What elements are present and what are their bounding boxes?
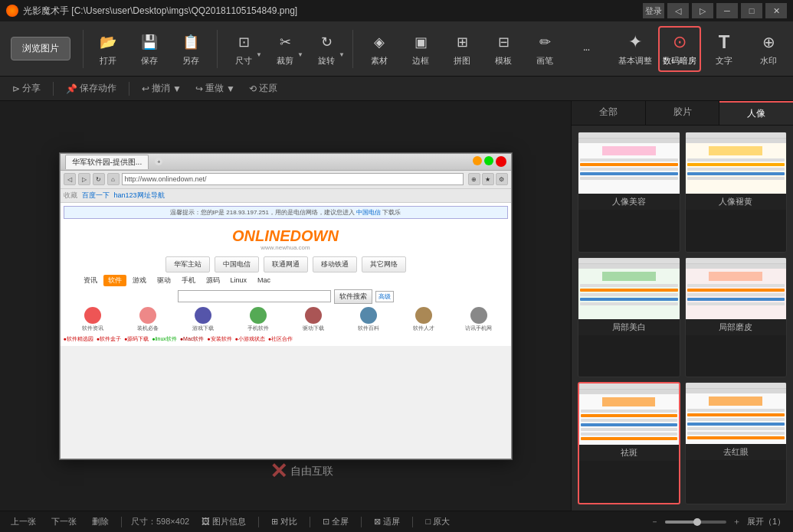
undo-button[interactable]: ↩ 撤消 ▼ [137,80,186,96]
canvas-area: 华军软件园-提供图... + ◁ ▷ ↻ ⌂ http: [0,101,571,511]
search-bar: 软件搜索 高级 [64,289,508,304]
filter-yellow[interactable]: 人像褪黄 [685,132,788,253]
tool-text[interactable]: T 文字 [703,26,745,72]
link-other: 其它网络 [362,256,406,273]
filter-freckle[interactable]: 祛斑 [578,382,680,504]
icon-grid: 软件资讯 装机必备 游戏下载 手机软件 [67,307,505,332]
maximize-button[interactable]: □ [741,3,762,18]
right-panel: 全部 胶片 人像 [571,101,793,511]
delete-button[interactable]: 删除 [89,514,112,529]
tool-template[interactable]: ⊟ 模板 [483,26,523,72]
filter-yellow-label: 人像褪黄 [686,194,787,210]
link-telecom: 中国电信 [215,256,259,273]
material-icon: ◈ [369,31,390,53]
search-input [178,290,331,302]
toolbar-divider-1 [83,30,84,68]
tool-basic[interactable]: ✦ 基本调整 [614,26,657,72]
filter-freckle-label: 祛斑 [579,445,679,461]
expand-button[interactable]: 展开（1） [747,516,785,527]
minimize-button[interactable]: ─ [716,3,738,18]
main-content: 华军软件园-提供图... + ◁ ▷ ↻ ⌂ http: [0,101,793,511]
puzzle-icon: ⊞ [451,31,473,53]
tool-crop[interactable]: ✂ 裁剪 ▼ [265,26,305,72]
cat-mac: Mac [253,276,275,285]
tool-darkroom[interactable]: ⊙ 数码暗房 [658,26,701,72]
min-btn [473,156,482,165]
watermark-x-icon: ✕ [270,459,287,484]
refresh-btn: ↻ [93,173,105,185]
filter-whiten[interactable]: 局部美白 [578,257,680,378]
search-button: 软件搜索 [334,289,372,304]
tool-paint[interactable]: ✏ 画笔 [525,26,565,72]
cat-source: 源码 [202,275,224,286]
rotate-icon: ↻ [316,31,337,53]
tool-more[interactable]: ··· [566,26,606,72]
link-main: 华军主站 [165,256,210,273]
fullscreen-button[interactable]: ⊡ 全屏 [319,514,352,529]
original-icon: □ [425,517,431,526]
browser-nav-toolbar: ◁ ▷ ↻ ⌂ http://www.onlinedown.net/ ⊕ ★ ⚙ [61,171,511,189]
filter-redeye[interactable]: 去红眼 [685,382,788,504]
border-icon: ▣ [410,31,431,53]
toolbar-divider-2 [217,30,218,68]
browse-button[interactable]: 浏览图片 [11,37,70,60]
fit-button[interactable]: ⊠ 适屏 [371,514,403,529]
tool-saveas[interactable]: 📋 另存 [171,26,211,72]
tool-border[interactable]: ▣ 边框 [401,26,441,72]
rotate-arrow: ▼ [339,51,345,58]
icon-news: 软件资讯 [67,307,119,332]
info-button[interactable]: 🖼 图片信息 [198,514,249,529]
save-action-button[interactable]: 📌 保存动作 [61,80,121,96]
tool-puzzle[interactable]: ⊞ 拼图 [442,26,482,72]
tab-portrait[interactable]: 人像 [719,101,793,125]
undo-icon: ↩ [142,83,149,94]
bottom-links: ●软件精选园 ●软件盒子 ●源码下载 ●linux软件 ●Mac软件 ●安装软件… [64,335,508,343]
zoom-slider[interactable] [665,521,726,524]
icon-games-circle [195,307,211,324]
prev-button[interactable]: 上一张 [8,514,39,529]
share-icon: ⊳ [12,83,20,94]
status-divider-5 [412,517,413,527]
template-icon: ⊟ [493,31,514,53]
site-logo: ONLINEDOWN www.newhua.com [64,220,508,254]
restore-icon: ⟲ [249,83,257,94]
bookmark-baidu: 百度一下 [82,191,110,201]
status-right: － ＋ 展开（1） [650,516,785,527]
tab-film[interactable]: 胶片 [646,101,720,125]
next-button[interactable]: 下一张 [48,514,80,529]
tool-size[interactable]: ⊡ 尺寸 ▼ [224,26,264,72]
filter-redeye-label: 去红眼 [686,444,787,460]
share-button[interactable]: ⊳ 分享 [8,80,45,96]
original-button[interactable]: □ 原大 [422,514,453,529]
status-divider-2 [258,517,259,527]
filter-skin[interactable]: 局部磨皮 [685,257,788,378]
icon-talent: 软件人才 [398,307,450,332]
login-button[interactable]: 登录 [643,3,664,18]
open-icon: 📂 [97,31,119,53]
tab-all[interactable]: 全部 [572,101,646,125]
tool-watermark[interactable]: ⊕ 水印 [747,26,790,72]
basic-icon: ✦ [624,31,646,53]
filter-beauty[interactable]: 人像美容 [578,132,680,253]
next-window-button[interactable]: ▷ [692,3,713,18]
filter-yellow-thumb [686,132,787,194]
icon-wiki-circle [360,307,377,324]
restore-button[interactable]: ⟲ 还原 [244,80,282,96]
browser-screenshot: 华军软件园-提供图... + ◁ ▷ ↻ ⌂ http: [60,153,512,459]
status-divider-1 [121,517,122,527]
redo-button[interactable]: ↪ 重做 ▼ [191,80,240,96]
filter-grid: 人像美容 [572,126,793,511]
contrast-button[interactable]: ⊞ 对比 [268,514,300,529]
app-logo [6,5,18,17]
close-button[interactable]: ✕ [765,3,787,18]
tool-material[interactable]: ◈ 素材 [359,26,399,72]
prev-window-button[interactable]: ◁ [667,3,689,18]
icon-mobile-news: 访讯手机网 [453,307,505,332]
contrast-icon: ⊞ [271,517,278,526]
tool-rotate[interactable]: ↻ 旋转 ▼ [306,26,346,72]
link-row: 华军主站 中国电信 联通网通 移动铁通 其它网络 [64,256,508,273]
crop-icon: ✂ [274,31,296,53]
watermark-overlay: ✕ 自由互联 [270,459,333,484]
tool-open[interactable]: 📂 打开 [88,26,128,72]
tool-save[interactable]: 💾 保存 [129,26,169,72]
